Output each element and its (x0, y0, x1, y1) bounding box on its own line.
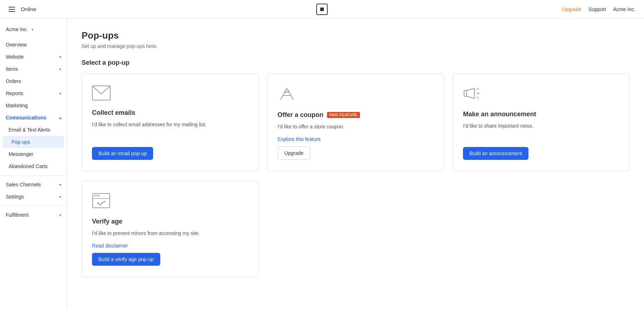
build-announcement-button[interactable]: Build an announcement (463, 147, 528, 160)
sidebar-item-marketing-label: Marketing (6, 103, 28, 108)
announcement-icon (463, 85, 619, 103)
sidebar-item-messenger[interactable]: Messenger (0, 148, 67, 160)
collect-emails-card: Collect emails I'd like to collect email… (82, 74, 259, 172)
sidebar-item-fulfillment[interactable]: Fulfillment ▾ (0, 209, 67, 221)
sidebar-item-settings-label: Settings (6, 194, 24, 200)
chevron-down-icon: ▾ (31, 28, 33, 31)
verify-age-actions: Build a verify age pop-up (92, 253, 248, 266)
email-icon (92, 85, 248, 102)
chevron-down-icon: ▾ (59, 67, 61, 71)
support-link[interactable]: Support (589, 6, 606, 12)
chevron-down-icon: ▾ (59, 92, 61, 95)
sidebar-item-overview-label: Overview (6, 42, 26, 48)
build-verify-age-button[interactable]: Build a verify age pop-up (92, 253, 160, 266)
sidebar-item-pop-ups-label: Pop-ups (11, 139, 30, 145)
main-content: Pop-ups Set up and manage pop-ups here. … (67, 19, 644, 309)
chevron-up-icon: ▴ (59, 116, 61, 120)
sidebar-item-email-text-alerts[interactable]: Email & Text Alerts (0, 124, 67, 136)
chevron-down-icon: ▾ (59, 195, 61, 199)
svg-line-4 (477, 88, 479, 90)
sidebar-item-reports-label: Reports (6, 90, 23, 96)
sidebar-divider (0, 175, 67, 176)
make-announcement-title: Make an announcement (463, 111, 619, 118)
sidebar-account-name: Acme Inc. (6, 26, 28, 32)
sidebar-item-communications[interactable]: Communications ▴ (0, 112, 67, 124)
sidebar-item-items[interactable]: Items ▾ (0, 63, 67, 75)
sidebar-item-communications-label: Communications (6, 115, 47, 121)
paid-feature-badge: PAID FEATURE (327, 112, 360, 118)
sidebar-item-sales-channels[interactable]: Sales Channels ▾ (0, 178, 67, 191)
sidebar-item-fulfillment-label: Fulfillment (6, 212, 29, 218)
hamburger-menu[interactable] (9, 7, 15, 12)
svg-point-2 (284, 91, 286, 93)
make-announcement-card: Make an announcement I'd like to share i… (453, 74, 630, 172)
popup-cards-row-2: Verify age I'd like to prevent minors fr… (82, 180, 630, 278)
offer-coupon-card: Offer a coupon PAID FEATURE I'd like to … (267, 74, 444, 172)
sidebar-item-items-label: Items (6, 66, 18, 72)
sidebar-item-reports[interactable]: Reports ▾ (0, 87, 67, 99)
popup-cards-row-1: Collect emails I'd like to collect email… (82, 74, 630, 172)
upgrade-button[interactable]: Upgrade (278, 146, 311, 160)
collect-emails-title: Collect emails (92, 109, 248, 117)
top-nav: Online Upgrade Support Acme Inc. (0, 0, 644, 19)
offer-coupon-desc: I'd like to offer a store coupon. (278, 123, 434, 131)
sidebar-item-abandoned-carts[interactable]: Abandoned Carts (0, 160, 67, 172)
page-title: Pop-ups (82, 30, 630, 41)
svg-point-8 (94, 195, 96, 196)
chevron-down-icon: ▾ (59, 55, 61, 59)
offer-coupon-actions: Upgrade (278, 146, 434, 160)
make-announcement-desc: I'd like to share important news. (463, 122, 619, 130)
collect-emails-actions: Build an email pop-up (92, 147, 248, 160)
chevron-down-icon: ▾ (59, 183, 61, 187)
sidebar-item-messenger-label: Messenger (9, 151, 33, 157)
top-nav-right: Upgrade Support Acme Inc. (562, 6, 635, 12)
sidebar-item-abandoned-carts-label: Abandoned Carts (9, 163, 48, 169)
sidebar-divider-2 (0, 206, 67, 206)
svg-point-1 (287, 91, 289, 93)
account-link[interactable]: Acme Inc. (613, 6, 635, 12)
upgrade-link[interactable]: Upgrade (562, 6, 581, 12)
collect-emails-desc: I'd like to collect email addresses for … (92, 121, 248, 128)
section-title: Select a pop-up (82, 59, 630, 67)
page-subtitle: Set up and manage pop-ups here. (82, 43, 630, 49)
sidebar-item-sales-channels-label: Sales Channels (6, 182, 41, 187)
coupon-icon (278, 85, 434, 104)
sidebar-item-orders[interactable]: Orders (0, 75, 67, 87)
top-nav-left: Online (9, 6, 36, 12)
sidebar-item-marketing[interactable]: Marketing (0, 99, 67, 112)
make-announcement-actions: Build an announcement (463, 147, 619, 160)
sidebar-item-pop-ups[interactable]: Pop-ups (3, 136, 64, 148)
sidebar-item-settings[interactable]: Settings ▾ (0, 191, 67, 203)
sidebar-item-email-text-alerts-label: Email & Text Alerts (9, 127, 50, 133)
square-logo (316, 4, 328, 15)
sidebar-item-orders-label: Orders (6, 78, 21, 84)
chevron-down-icon: ▾ (59, 213, 61, 217)
svg-point-10 (98, 195, 100, 196)
svg-rect-3 (464, 90, 467, 96)
explore-feature-link[interactable]: Explore this feature (278, 136, 434, 142)
offer-coupon-title: Offer a coupon PAID FEATURE (278, 111, 434, 119)
build-email-popup-button[interactable]: Build an email pop-up (92, 147, 153, 160)
svg-line-6 (477, 97, 479, 98)
sidebar: Acme Inc. ▾ Overview Website ▾ Items ▾ O… (0, 19, 67, 309)
app-name: Online (21, 6, 36, 12)
sidebar-item-website-label: Website (6, 54, 24, 60)
layout: Acme Inc. ▾ Overview Website ▾ Items ▾ O… (0, 19, 644, 309)
sidebar-item-website[interactable]: Website ▾ (0, 51, 67, 63)
verify-age-desc: I'd like to prevent minors from accessin… (92, 230, 248, 237)
verify-age-title: Verify age (92, 218, 248, 225)
square-logo-inner (320, 8, 324, 11)
verify-age-card: Verify age I'd like to prevent minors fr… (82, 180, 259, 278)
svg-point-9 (96, 195, 98, 196)
top-nav-center (316, 4, 328, 15)
verify-icon (92, 192, 248, 211)
read-disclaimer-link[interactable]: Read disclaimer (92, 243, 248, 249)
sidebar-item-overview[interactable]: Overview (0, 39, 67, 51)
sidebar-account[interactable]: Acme Inc. ▾ (0, 23, 67, 36)
